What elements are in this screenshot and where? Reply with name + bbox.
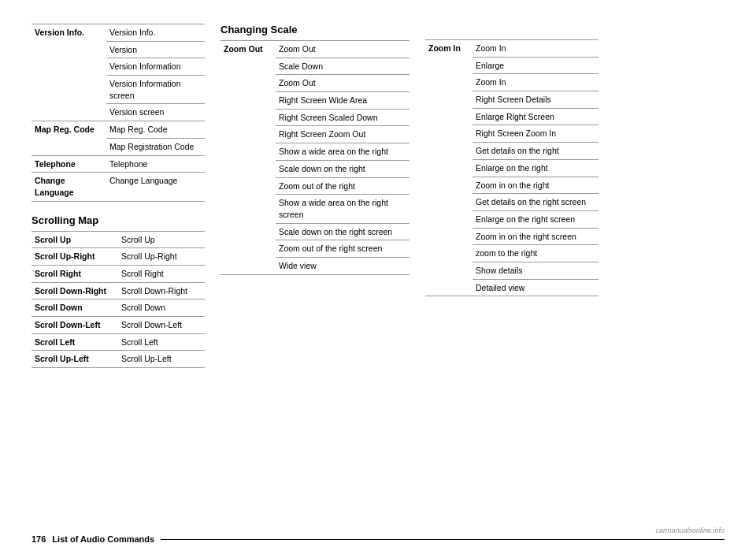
row-value: Scroll Up-Left <box>118 351 205 368</box>
row-value: Show a wide area on the right screen <box>276 195 410 223</box>
zoom-in-label: Zoom In <box>425 40 472 58</box>
table-row: Version Information screen <box>32 76 205 104</box>
row-value: Version screen <box>106 104 205 121</box>
table-row: Get details on the right screen <box>425 194 598 211</box>
row-value: Zoom Out <box>276 41 410 58</box>
row-label: Scroll Down-Left <box>32 317 118 334</box>
row-label <box>32 138 106 155</box>
zoom-out-label: Zoom Out <box>220 41 276 58</box>
row-value: Scroll Down <box>118 299 205 317</box>
table-row: Right Screen Wide Area <box>220 92 410 110</box>
scrolling-table: Scroll Up Scroll Up Scroll Up-Right Scro… <box>32 231 205 369</box>
row-value: Zoom In <box>472 74 598 91</box>
row-label <box>425 143 472 160</box>
row-label: Telephone <box>32 155 106 173</box>
row-value: zoom to the right <box>472 245 598 262</box>
row-value: Detailed view <box>472 279 598 296</box>
row-label <box>32 58 106 76</box>
page-container: Version Info. Version Info. Version Vers… <box>0 0 756 558</box>
table-row: Right Screen Details <box>425 91 598 109</box>
table-row: zoom to the right <box>425 245 598 262</box>
row-value: Zoom in on the right screen <box>472 228 598 245</box>
row-value: Right Screen Scaled Down <box>276 109 410 126</box>
row-value: Scale down on the right screen <box>276 223 410 240</box>
row-value: Scroll Down-Left <box>118 317 205 334</box>
table-row: Detailed view <box>425 279 598 296</box>
row-value: Zoom out of the right screen <box>276 240 410 258</box>
row-label <box>32 41 106 58</box>
table-row: Scroll Down-Right Scroll Down-Right <box>32 282 205 299</box>
row-label <box>220 58 276 75</box>
zoom-out-table: Zoom Out Zoom Out Scale Down Zoom Out Ri… <box>220 40 410 275</box>
row-value: Zoom out of the right <box>276 177 410 195</box>
row-value: Version <box>106 41 205 58</box>
row-value: Zoom Out <box>276 75 410 92</box>
table-row: Version Information <box>32 58 205 76</box>
row-label <box>425 108 472 125</box>
table-row: Scroll Up-Right Scroll Up-Right <box>32 248 205 266</box>
row-label: Scroll Up <box>32 231 118 248</box>
row-value: Get details on the right screen <box>472 194 598 211</box>
row-label <box>425 279 472 296</box>
row-value: Enlarge on the right <box>472 159 598 177</box>
page-number: 176 <box>32 534 46 544</box>
row-label <box>425 210 472 228</box>
table-row: Enlarge on the right screen <box>425 210 598 228</box>
row-label <box>425 262 472 279</box>
table-row: Scroll Right Scroll Right <box>32 265 205 282</box>
table-row: Zoom In Zoom In <box>425 40 598 58</box>
table-row: Zoom Out <box>220 75 410 92</box>
row-value: Version Information screen <box>106 76 205 104</box>
row-label <box>220 143 276 161</box>
row-label: Map Reg. Code <box>32 121 106 139</box>
row-label <box>32 104 106 121</box>
row-value: Right Screen Zoom Out <box>276 126 410 143</box>
row-value: Zoom In <box>472 40 598 58</box>
row-label: Scroll Down <box>32 299 118 317</box>
table-row: Enlarge on the right <box>425 159 598 177</box>
row-label <box>220 75 276 92</box>
page-footer: 176 List of Audio Commands <box>0 534 756 544</box>
row-label <box>425 177 472 194</box>
table-row: Version Info. Version Info. <box>32 24 205 42</box>
table-row: Right Screen Scaled Down <box>220 109 410 126</box>
table-row: Zoom Out Zoom Out <box>220 41 410 58</box>
row-label <box>425 194 472 211</box>
row-label <box>32 76 106 104</box>
table-row: Zoom out of the right <box>220 177 410 195</box>
row-label: ChangeLanguage <box>32 173 106 201</box>
row-value: Enlarge on the right screen <box>472 210 598 228</box>
row-label <box>425 74 472 91</box>
row-value: Enlarge <box>472 57 598 74</box>
row-label <box>220 160 276 177</box>
row-label <box>425 228 472 245</box>
zoom-in-table: Zoom In Zoom In Enlarge Zoom In Right Sc… <box>425 39 598 296</box>
row-label <box>220 126 276 143</box>
row-label <box>220 177 276 195</box>
row-label <box>220 223 276 240</box>
watermark: carmanualsonline.info <box>655 526 724 534</box>
table-row: Get details on the right <box>425 143 598 160</box>
row-label <box>425 125 472 143</box>
table-row: Telephone Telephone <box>32 155 205 173</box>
table-row: Scale Down <box>220 58 410 75</box>
table-row: Version screen <box>32 104 205 121</box>
row-value: Scroll Right <box>118 265 205 282</box>
table-row: Scroll Down Scroll Down <box>32 299 205 317</box>
row-value: Map Registration Code <box>106 138 205 155</box>
row-label: Scroll Right <box>32 265 118 282</box>
row-label <box>220 92 276 110</box>
row-value: Right Screen Zoom In <box>472 125 598 143</box>
table-row: Version <box>32 41 205 58</box>
row-label <box>425 159 472 177</box>
row-value: Scale Down <box>276 58 410 75</box>
table-row: Scroll Up Scroll Up <box>32 231 205 248</box>
row-value: Enlarge Right Screen <box>472 108 598 125</box>
table-row: Enlarge Right Screen <box>425 108 598 125</box>
row-value: Scroll Down-Right <box>118 282 205 299</box>
table-row: Scroll Down-Left Scroll Down-Left <box>32 317 205 334</box>
row-label <box>220 257 276 274</box>
row-value: Version Information <box>106 58 205 76</box>
table-row: Wide view <box>220 257 410 274</box>
row-value: Show a wide area on the right <box>276 143 410 161</box>
